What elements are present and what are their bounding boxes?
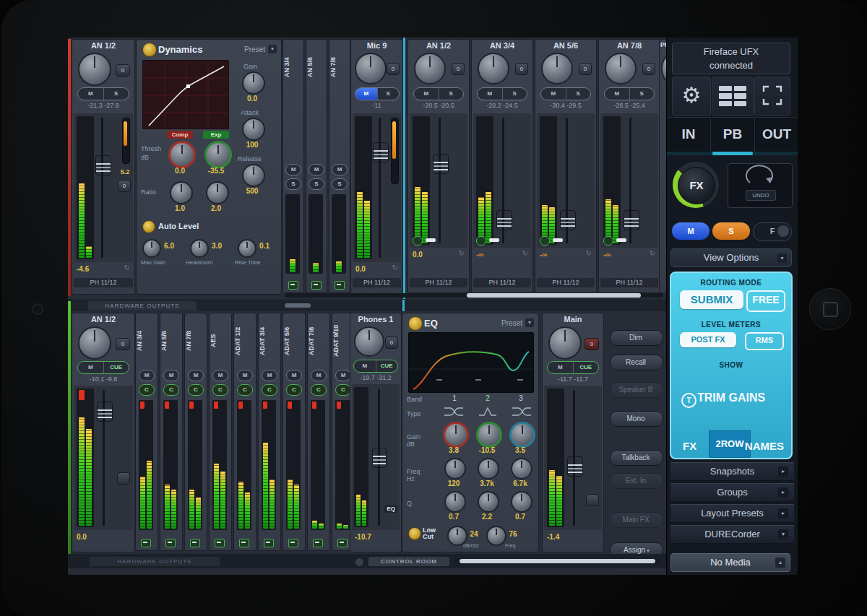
value-knob[interactable]: 0 — [585, 338, 599, 350]
fader-handle[interactable] — [567, 456, 583, 477]
fader-handle[interactable] — [97, 402, 113, 422]
cue-button[interactable]: CUE — [103, 362, 129, 373]
solo-button[interactable]: S — [566, 88, 591, 100]
global-solo-button[interactable]: S — [712, 222, 750, 240]
fx-return-knob[interactable]: FX — [673, 162, 719, 208]
control-room-button[interactable]: Dim — [610, 330, 663, 346]
control-room-scrollbar[interactable] — [455, 559, 662, 563]
comp-ratio-knob[interactable] — [170, 181, 193, 204]
mute-button[interactable]: M — [262, 370, 277, 381]
top-row-scrollbar[interactable] — [285, 293, 663, 298]
mute-button[interactable]: M — [309, 164, 324, 175]
dyn-gain-knob[interactable] — [242, 71, 265, 95]
mute-button[interactable]: M — [355, 88, 377, 100]
io-tab[interactable]: PB — [710, 118, 754, 152]
pan-value-knob[interactable]: 0 — [642, 63, 655, 75]
trim-gain-slider[interactable] — [122, 118, 130, 164]
control-room-button[interactable]: Speaker B — [610, 382, 663, 398]
preset-label[interactable]: Preset — [501, 319, 522, 327]
eq-band3-freq-knob[interactable] — [511, 458, 532, 480]
eq-band3-q-knob[interactable] — [511, 491, 532, 513]
dynamics-graph[interactable] — [142, 60, 229, 129]
control-room-button[interactable]: Main FX — [610, 512, 663, 528]
global-fader-group-button[interactable]: F — [753, 222, 792, 241]
cue-button[interactable]: C — [311, 384, 327, 396]
free-mode-button[interactable]: FREE — [746, 290, 785, 312]
fader-handle[interactable] — [560, 210, 576, 230]
value-knob[interactable]: 0 — [385, 337, 398, 349]
pan-value-knob[interactable]: 0 — [116, 64, 130, 77]
mute-button[interactable]: M — [332, 164, 348, 175]
mute-button[interactable]: M — [212, 370, 228, 381]
volume-knob[interactable] — [354, 326, 384, 357]
pan-value-knob[interactable]: 0 — [515, 63, 528, 75]
cue-button[interactable]: C — [188, 384, 204, 396]
eq-band3-type-icon[interactable] — [511, 406, 532, 417]
cue-button[interactable]: C — [139, 384, 155, 396]
fader-handle[interactable] — [496, 210, 512, 230]
headroom-knob[interactable] — [190, 239, 209, 258]
control-room-button[interactable]: Mono — [610, 411, 663, 427]
comp-thresh-knob[interactable] — [168, 141, 196, 168]
channel-layout-button[interactable] — [712, 77, 754, 116]
fader-handle[interactable] — [373, 142, 389, 162]
pan-knob[interactable] — [541, 53, 573, 84]
cue-button[interactable]: C — [262, 384, 277, 396]
submix-mode-button[interactable]: SUBMIX — [680, 290, 743, 309]
mute-button[interactable]: M — [311, 370, 327, 381]
solo-button[interactable]: S — [285, 178, 301, 190]
undo-display[interactable]: UNDO — [728, 163, 793, 208]
cue-button[interactable]: CUE — [376, 360, 398, 372]
fader-handle[interactable] — [372, 448, 387, 468]
phase-button[interactable] — [603, 236, 613, 246]
sidebar-menu-item[interactable]: DURECorder ▾ — [670, 525, 794, 544]
control-room-button[interactable]: Talkback — [610, 450, 663, 466]
trim-gain-slider[interactable] — [391, 118, 399, 184]
cue-button[interactable]: C — [286, 384, 302, 396]
mute-button[interactable]: M — [78, 88, 103, 100]
cycle-icon[interactable]: ↻ — [124, 264, 130, 272]
mini-fader[interactable] — [288, 281, 298, 290]
cue-indicator[interactable] — [165, 539, 176, 547]
home-button[interactable] — [809, 288, 851, 330]
cue-indicator[interactable] — [215, 539, 225, 547]
cycle-icon[interactable]: ↻ — [650, 249, 655, 257]
media-bar[interactable]: No Media ▴ — [670, 553, 790, 572]
post-fx-button[interactable]: POST FX — [680, 332, 736, 347]
mute-button[interactable]: M — [548, 362, 573, 373]
trim-zero-knob[interactable]: 0 — [118, 180, 131, 192]
aux-knob[interactable] — [117, 472, 130, 485]
cycle-icon[interactable]: ↻ — [392, 264, 398, 272]
mute-button[interactable]: M — [237, 370, 253, 381]
mute-button[interactable]: M — [354, 360, 376, 372]
volume-knob[interactable] — [548, 326, 582, 360]
cue-indicator[interactable] — [313, 539, 323, 547]
submix-destination[interactable]: PH 11/12 — [353, 278, 401, 287]
solo-button[interactable]: S — [103, 88, 129, 100]
sidebar-menu-item[interactable]: Layout Presets ▸ — [670, 504, 794, 523]
cue-button[interactable]: C — [163, 384, 179, 396]
pan-knob[interactable] — [478, 53, 509, 84]
io-tab[interactable]: OUT — [754, 118, 798, 152]
solo-button[interactable]: S — [502, 88, 527, 100]
submix-destination[interactable]: PH 11/12 — [600, 278, 658, 287]
link-toggle[interactable] — [553, 238, 563, 242]
exp-ratio-knob[interactable] — [206, 181, 229, 204]
phase-button[interactable] — [476, 236, 486, 246]
pan-knob[interactable] — [414, 53, 446, 84]
solo-button[interactable]: S — [309, 178, 324, 190]
pan-value-knob[interactable]: 0 — [387, 63, 400, 75]
mute-button[interactable]: M — [286, 370, 302, 381]
eq-band1-type-icon[interactable] — [443, 406, 465, 417]
pan-knob[interactable] — [355, 53, 387, 84]
mute-button[interactable]: M — [414, 88, 439, 100]
cycle-icon[interactable]: ↻ — [522, 249, 528, 257]
cue-indicator[interactable] — [288, 539, 298, 547]
eq-band1-number[interactable]: 1 — [446, 394, 463, 402]
low-cut-freq-knob[interactable] — [486, 526, 506, 546]
mute-button[interactable]: M — [285, 164, 301, 175]
scroll-handle[interactable] — [355, 558, 363, 566]
cue-indicator[interactable] — [264, 539, 274, 547]
divider-handle[interactable] — [285, 303, 311, 308]
preset-dropdown-icon[interactable]: ▾ — [525, 318, 534, 327]
